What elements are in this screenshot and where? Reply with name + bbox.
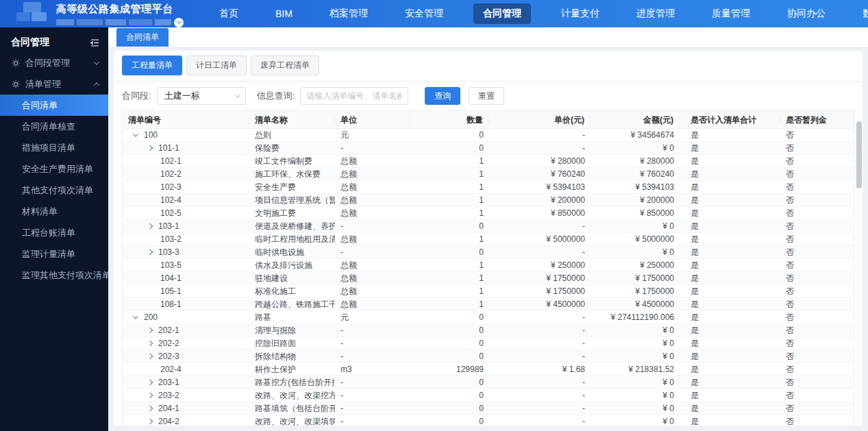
row-expander-icon[interactable]	[147, 393, 153, 398]
row-expander-icon[interactable]	[147, 354, 153, 359]
table-row[interactable]: 203-2改路、改河、改渠挖方(...-0-¥ 0是否	[123, 389, 854, 402]
cell-amount: ¥ 4500000	[591, 299, 680, 309]
vertical-scrollbar[interactable]	[856, 121, 862, 188]
sidebar-item-1-7[interactable]: 监理计量清单	[0, 243, 108, 264]
row-expander-icon[interactable]	[147, 406, 153, 411]
query-input[interactable]	[300, 87, 408, 105]
project-switcher-chevron-icon[interactable]	[174, 18, 184, 27]
table-row[interactable]: 104-1驻地建设总额1¥ 1750000¥ 1750000是否	[123, 272, 854, 285]
cell-provisional-sum: 否	[780, 273, 854, 284]
cell-code: 100	[123, 130, 249, 140]
code-text: 204-1	[158, 404, 179, 413]
row-expander-icon[interactable]	[147, 145, 153, 151]
row-expander-icon[interactable]	[147, 328, 153, 333]
sidebar-collapse-icon[interactable]	[90, 38, 100, 48]
cell-unit: 总额	[335, 260, 410, 271]
sidebar-item-1-6[interactable]: 工程台账清单	[0, 222, 108, 243]
nav-item-7[interactable]: 质量管理	[705, 4, 757, 23]
cell-provisional-sum: 否	[780, 377, 854, 389]
sidebar-item-1-0[interactable]: 合同清单	[0, 95, 108, 116]
row-expander-icon[interactable]	[147, 419, 153, 424]
sidebar-item-1-8[interactable]: 监理其他支付项次清单	[0, 264, 108, 286]
nav-item-2[interactable]: 档案管理	[323, 4, 375, 23]
cell-code: 102-4	[123, 195, 249, 205]
table-row[interactable]: 200路基元0-¥ 274112190.006是否	[123, 311, 854, 324]
nav-item-5[interactable]: 计量支付	[554, 4, 606, 23]
table-row[interactable]: 102-5文明施工费总额1¥ 850000¥ 850000是否	[123, 207, 854, 220]
cell-amount: ¥ 280000	[591, 156, 680, 166]
row-expander-icon[interactable]	[147, 380, 153, 385]
page-tab-contract-list[interactable]: 合同清单	[116, 28, 169, 47]
row-expander-icon[interactable]	[147, 223, 153, 229]
sidebar-item-1-1[interactable]: 合同清单核查	[0, 116, 108, 137]
project-switcher[interactable]	[56, 18, 184, 27]
table-row[interactable]: 103-3临时供电设施-0-¥ 0是否	[123, 246, 854, 259]
cell-included-in-total: 是	[680, 403, 780, 415]
table-row[interactable]: 204-2改路、改河、改渠填筑(...-0-¥ 0是否	[123, 415, 854, 426]
table-row[interactable]: 108-1跨越公路、铁路施工干...总额1¥ 4500000¥ 4500000是…	[123, 298, 854, 311]
cell-quantity: 1	[410, 182, 489, 192]
subtab-2[interactable]: 废弃工程清单	[251, 56, 319, 75]
table-row[interactable]: 100总则元0-¥ 34564674是否	[123, 129, 854, 142]
cell-unit: 总额	[335, 299, 410, 310]
cell-name: 拆除结构物	[249, 351, 335, 362]
code-text: 202-2	[158, 338, 179, 348]
column-header-5: 金额(元)	[591, 115, 680, 125]
sidebar-group-1[interactable]: 清单管理	[0, 73, 108, 95]
sidebar-item-1-3[interactable]: 安全生产费用清单	[0, 158, 108, 180]
cell-unit-price: ¥ 1750000	[489, 273, 591, 283]
table-header: 清单编号清单名称单位数量单价(元)金额(元)是否计入清单合计是否暂列金	[123, 111, 854, 129]
sidebar-item-1-5[interactable]: 材料清单	[0, 201, 108, 222]
subtab-0[interactable]: 工程量清单	[122, 56, 182, 75]
cell-name: 改路、改河、改渠挖方(...	[249, 390, 335, 402]
row-expander-icon[interactable]	[133, 131, 138, 136]
sidebar-item-1-4[interactable]: 其他支付项次清单	[0, 180, 108, 201]
table-row[interactable]: 202-3拆除结构物-0-¥ 0是否	[123, 350, 854, 363]
table-row[interactable]: 102-2施工环保、水保费总额1¥ 760240¥ 760240是否	[123, 168, 854, 181]
nav-item-0[interactable]: 首页	[212, 4, 245, 23]
code-text: 101-1	[158, 143, 179, 153]
table-row[interactable]: 102-4项目信息管理系统（暂...总额1¥ 200000¥ 200000是否	[123, 194, 854, 207]
table-row[interactable]: 203-1路基挖方(包括台阶开挖)-0-¥ 0是否	[123, 376, 854, 389]
cell-unit-price: -	[489, 391, 591, 400]
table-row[interactable]: 105-1标准化施工总额1¥ 1750000¥ 1750000是否	[123, 285, 854, 298]
table-row[interactable]: 102-3安全生产费总额1¥ 5394103¥ 5394103是否	[123, 181, 854, 194]
table-row[interactable]: 101-1保险费-0-¥ 0是否	[123, 142, 854, 155]
cell-unit-price: -	[489, 325, 591, 335]
table-row[interactable]: 202-1清理与掘除-0-¥ 0是否	[123, 324, 854, 337]
nav-item-9[interactable]: 数据看板	[856, 4, 868, 23]
table-row[interactable]: 103-5供水及排污设施总额1¥ 250000¥ 250000是否	[123, 259, 854, 272]
cell-quantity: 0	[410, 247, 489, 257]
subtab-1[interactable]: 计日工清单	[186, 56, 247, 75]
search-button[interactable]: 查询	[425, 87, 460, 105]
table-row[interactable]: 202-4耕作土保护m3129989¥ 1.68¥ 218381.52是否	[123, 363, 854, 376]
cell-provisional-sum: 否	[780, 247, 854, 258]
table-row[interactable]: 102-1竣工文件编制费总额1¥ 280000¥ 280000是否	[123, 155, 854, 168]
nav-item-6[interactable]: 进度管理	[630, 4, 682, 23]
nav-item-8[interactable]: 协同办公	[780, 4, 832, 23]
row-expander-icon[interactable]	[147, 341, 153, 346]
nav-item-3[interactable]: 安全管理	[398, 4, 450, 23]
table-row[interactable]: 103-2临时工程用地租用及清...总额1¥ 5000000¥ 5000000是…	[123, 233, 854, 246]
row-expander-icon[interactable]	[147, 249, 153, 255]
nav-item-4[interactable]: 合同管理	[473, 3, 531, 24]
cell-provisional-sum: 否	[780, 221, 854, 232]
cell-included-in-total: 是	[680, 156, 780, 167]
cell-code: 202-3	[123, 352, 249, 361]
cell-quantity: 0	[410, 352, 489, 361]
code-text: 102-3	[160, 182, 182, 192]
app-logo	[7, 1, 51, 23]
sidebar-group-0[interactable]: 合同段管理	[0, 52, 108, 73]
table-row[interactable]: 202-2挖除旧路面-0-¥ 0是否	[123, 337, 854, 350]
column-header-7: 是否暂列金	[780, 115, 854, 125]
reset-button[interactable]: 重置	[469, 87, 504, 105]
table-row[interactable]: 204-1路基填筑（包括台阶开...-0-¥ 0是否	[123, 402, 854, 415]
cell-included-in-total: 是	[680, 312, 780, 323]
nav-item-1[interactable]: BIM	[269, 5, 299, 23]
cell-quantity: 0	[410, 378, 489, 387]
table-row[interactable]: 103-1便道及便桥修建、养护...-0-¥ 0是否	[123, 220, 854, 233]
row-expander-icon[interactable]	[133, 313, 138, 319]
sidebar-item-1-2[interactable]: 措施项目清单	[0, 137, 108, 158]
section-select[interactable]: 土建一标	[157, 87, 246, 105]
cell-code: 202-4	[123, 365, 249, 374]
